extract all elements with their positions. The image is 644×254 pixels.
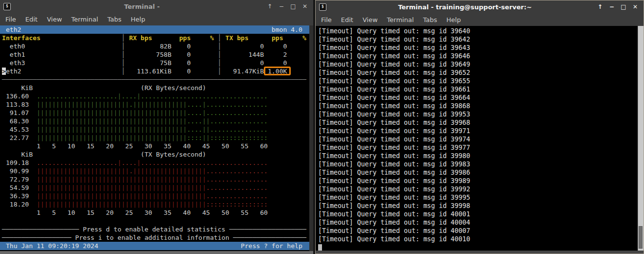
timeout-log: [Timeout] Query timed out: msg id 39640[… bbox=[316, 27, 637, 251]
menu-item-tabs[interactable]: Tabs bbox=[423, 16, 437, 23]
right-window-bottom-border bbox=[316, 251, 644, 254]
bmon-terminal-screen[interactable]: eth2 bmon 4.0 Interfaces │ RX bps pps % … bbox=[0, 25, 313, 251]
log-line: [Timeout] Query timed out: msg id 39968 bbox=[316, 118, 637, 127]
bmon-line: KiB (TX Bytes/second) bbox=[0, 150, 309, 159]
log-line: [Timeout] Query timed out: msg id 39664 bbox=[316, 93, 637, 102]
keep-above-button-icon[interactable]: ↑ bbox=[264, 0, 276, 13]
log-line: [Timeout] Query timed out: msg id 39661 bbox=[316, 85, 637, 93]
log-line: [Timeout] Query timed out: msg id 39655 bbox=[316, 77, 637, 85]
log-line: [Timeout] Query timed out: msg id 39652 bbox=[316, 69, 637, 77]
log-line: [Timeout] Query timed out: msg id 39953 bbox=[316, 110, 637, 118]
left-window-bottom-border bbox=[0, 251, 313, 254]
bmon-line: Thu Jan 11 09:20:19 2024 Press ? for hel… bbox=[0, 242, 309, 250]
bmon-line: Interfaces │ RX bps pps % │ TX bps pps % bbox=[0, 34, 309, 42]
bmon-line: 113.83 ||||||||||||||||||||||||.||||||||… bbox=[0, 100, 309, 109]
menu-item-file[interactable]: File bbox=[321, 16, 332, 23]
keep-above-button-icon[interactable]: ↑ bbox=[594, 0, 606, 14]
log-line: [Timeout] Query timed out: msg id 39971 bbox=[316, 127, 637, 135]
bmon-line: 22.77 ||||||||||||||||||||||||||||||||||… bbox=[0, 134, 309, 142]
terminal-app-icon: $ bbox=[3, 3, 11, 10]
log-line: [Timeout] Query timed out: msg id 39986 bbox=[316, 168, 637, 177]
bmon-line: eth1 │ 758B 0 │ 144B 2 bbox=[0, 50, 309, 59]
left-titlebar[interactable]: $ Terminal - ↑−□✕ bbox=[0, 0, 313, 13]
bmon-line: ────────────────────────────────────────… bbox=[0, 75, 309, 84]
menu-item-help[interactable]: Help bbox=[447, 16, 461, 23]
left-window-controls: ↑−□✕ bbox=[264, 0, 311, 13]
bmon-line: ──────────────────── Press d to enable d… bbox=[0, 225, 309, 233]
menu-item-edit[interactable]: Edit bbox=[25, 16, 38, 23]
log-line: [Timeout] Query timed out: msg id 39974 bbox=[316, 135, 637, 143]
log-line: [Timeout] Query timed out: msg id 39977 bbox=[316, 143, 637, 152]
left-menubar: FileEditViewTerminalTabsHelp bbox=[0, 13, 313, 25]
bmon-line: ────────────────── Press i to enable add… bbox=[0, 233, 309, 242]
log-line: [Timeout] Query timed out: msg id 39995 bbox=[316, 193, 637, 202]
bmon-line bbox=[0, 217, 309, 225]
log-line: [Timeout] Query timed out: msg id 39992 bbox=[316, 185, 637, 193]
bmon-line: 1 5 10 15 20 25 30 35 40 45 50 55 60 bbox=[0, 142, 309, 150]
bmon-line: 36.39 ||||||||||||||||||||||||||||||||||… bbox=[0, 192, 309, 200]
menu-item-terminal[interactable]: Terminal bbox=[71, 16, 98, 23]
bmon-output: eth2 bmon 4.0 Interfaces │ RX bps pps % … bbox=[0, 25, 309, 251]
bmon-line: 45.53 ||||||||||||||||||||||||||||||||||… bbox=[0, 125, 309, 134]
right-window-title: Terminal - training@support-server:~ bbox=[345, 0, 585, 14]
bmon-line: eth0 │ 82B 0 │ 0 0 bbox=[0, 42, 309, 50]
right-scrollbar-track[interactable] bbox=[638, 26, 644, 251]
bmon-line: 90.99 ||||||||||||||||||||||||.|||||||||… bbox=[0, 167, 309, 175]
bmon-line: 109.18 .....................|....|......… bbox=[0, 159, 309, 167]
bmon-line: 54.59 ||||||||||||||||||||||||||||||||||… bbox=[0, 184, 309, 192]
log-line: [Timeout] Query timed out: msg id 39868 bbox=[316, 102, 637, 110]
log-line: [Timeout] Query timed out: msg id 40001 bbox=[316, 210, 637, 218]
menu-item-view[interactable]: View bbox=[47, 16, 62, 23]
bmon-line: >eth2 │ 113.61KiB 0 │ 91.47KiB 1.00K bbox=[0, 67, 309, 75]
left-scrollbar[interactable] bbox=[309, 25, 313, 251]
bmon-line: 68.30 ||||||||||||||||||||||||||||||||||… bbox=[0, 117, 309, 125]
right-titlebar[interactable]: $ Terminal - training@support-server:~ ↑… bbox=[316, 0, 644, 14]
log-line: [Timeout] Query timed out: msg id 39989 bbox=[316, 177, 637, 185]
menu-item-help[interactable]: Help bbox=[131, 16, 146, 23]
bmon-line: 136.60 .....................|....|......… bbox=[0, 92, 309, 100]
log-line: [Timeout] Query timed out: msg id 39640 bbox=[316, 27, 637, 35]
log-line: [Timeout] Query timed out: msg id 39998 bbox=[316, 202, 637, 210]
log-line: [Timeout] Query timed out: msg id 39646 bbox=[316, 52, 637, 60]
minimize-button-icon[interactable]: − bbox=[606, 0, 618, 14]
desktop: $ Terminal - ↑−□✕ FileEditViewTerminalTa… bbox=[0, 0, 644, 254]
bmon-line: 91.07 ||||||||||||||||||||||||||||||||||… bbox=[0, 109, 309, 117]
close-button-icon[interactable]: ✕ bbox=[629, 0, 641, 14]
right-window-controls: ↑−□✕ bbox=[594, 0, 641, 14]
right-scrollbar-thumb[interactable] bbox=[639, 226, 643, 249]
menu-item-tabs[interactable]: Tabs bbox=[107, 16, 122, 23]
cursor-line bbox=[316, 243, 637, 251]
close-button-icon[interactable]: ✕ bbox=[299, 0, 311, 13]
left-terminal-window: $ Terminal - ↑−□✕ FileEditViewTerminalTa… bbox=[0, 0, 313, 254]
bmon-line: 72.79 ||||||||||||||||||||||||||||||||||… bbox=[0, 175, 309, 184]
bmon-line: 18.20 ||||||||||||||||||||||||||||||||||… bbox=[0, 200, 309, 208]
bmon-line: eth3 │ 75B 0 │ 0 0 bbox=[0, 59, 309, 67]
maximize-button-icon[interactable]: □ bbox=[287, 0, 299, 13]
right-menubar: FileEditViewTerminalTabsHelp bbox=[316, 14, 644, 26]
log-line: [Timeout] Query timed out: msg id 39649 bbox=[316, 60, 637, 69]
terminal-app-icon: $ bbox=[319, 3, 326, 11]
log-line: [Timeout] Query timed out: msg id 40004 bbox=[316, 218, 637, 227]
menu-item-edit[interactable]: Edit bbox=[341, 16, 353, 23]
log-line: [Timeout] Query timed out: msg id 39642 bbox=[316, 35, 637, 44]
log-line: [Timeout] Query timed out: msg id 39643 bbox=[316, 44, 637, 52]
maximize-button-icon[interactable]: □ bbox=[618, 0, 629, 14]
left-window-title: Terminal - bbox=[29, 0, 255, 13]
terminal-cursor bbox=[318, 244, 322, 251]
log-line: [Timeout] Query timed out: msg id 40010 bbox=[316, 235, 637, 243]
menu-item-view[interactable]: View bbox=[363, 16, 378, 23]
bmon-line: 1 5 10 15 20 25 30 35 40 45 50 55 60 bbox=[0, 208, 309, 217]
bmon-line: KiB (RX Bytes/second) bbox=[0, 84, 309, 92]
menu-item-file[interactable]: File bbox=[5, 16, 16, 23]
bmon-line: eth2 bmon 4.0 bbox=[0, 25, 309, 34]
right-terminal-window: $ Terminal - training@support-server:~ ↑… bbox=[315, 0, 644, 254]
log-terminal-screen[interactable]: [Timeout] Query timed out: msg id 39640[… bbox=[316, 26, 644, 251]
tx-pps-highlight-box: 1.00K bbox=[268, 68, 287, 75]
minimize-button-icon[interactable]: − bbox=[276, 0, 287, 13]
log-line: [Timeout] Query timed out: msg id 39980 bbox=[316, 152, 637, 160]
log-line: [Timeout] Query timed out: msg id 40007 bbox=[316, 227, 637, 235]
log-line: [Timeout] Query timed out: msg id 39983 bbox=[316, 160, 637, 168]
menu-item-terminal[interactable]: Terminal bbox=[387, 16, 414, 23]
